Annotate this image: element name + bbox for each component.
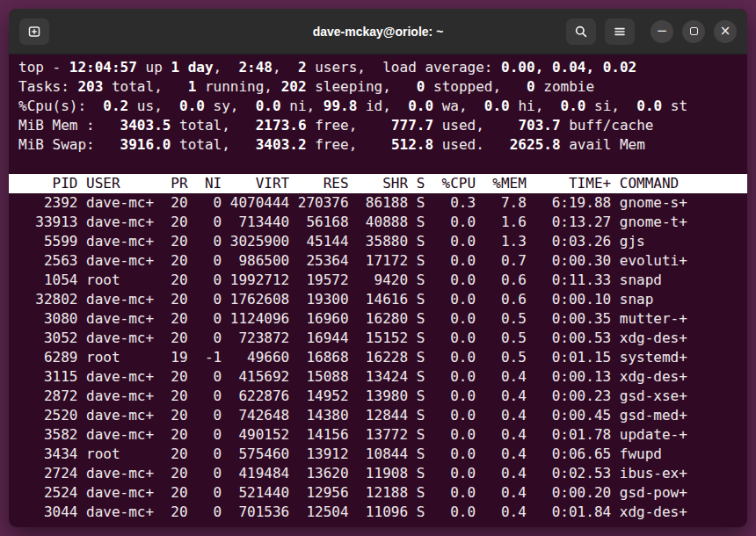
summary-text: 3403.2 <box>256 136 315 153</box>
cell-mem: 0.4 <box>484 367 527 387</box>
cell-shr: 86188 <box>357 193 408 213</box>
cell-cmd: mutter-+ <box>620 309 738 329</box>
new-tab-button[interactable] <box>19 18 49 45</box>
cell-time: 0:06.65 <box>534 445 611 464</box>
cell-mem: 1.6 <box>484 213 527 232</box>
cell-pr: 20 <box>163 213 188 232</box>
menu-button[interactable] <box>605 18 635 45</box>
summary-text: sy, <box>214 98 256 114</box>
summary-text: 0 <box>527 78 543 95</box>
cell-virt: 1762608 <box>230 290 289 309</box>
cell-cpu: 0.0 <box>433 213 476 232</box>
summary-text: us, <box>137 98 179 114</box>
cell-s: S <box>417 271 425 290</box>
summary-text: stopped, <box>433 78 527 95</box>
cell-s: S <box>417 290 425 309</box>
cell-pr: 20 <box>163 309 188 329</box>
cell-res: 16868 <box>298 348 349 367</box>
cell-shr: 14616 <box>357 290 408 309</box>
summary-text: si, <box>594 98 636 114</box>
cell-virt: 490152 <box>230 425 289 445</box>
cell-cpu: 0.0 <box>433 290 476 309</box>
summary-text: total, <box>179 136 256 153</box>
cell-mem: 0.5 <box>484 348 527 367</box>
search-icon <box>574 25 588 39</box>
window-title: dave-mckay@oriole: ~ <box>313 25 444 39</box>
cell-user: dave-mc+ <box>86 290 154 309</box>
titlebar[interactable]: dave-mckay@oriole: ~ − <box>9 9 747 54</box>
cell-cmd: xdg-des+ <box>620 329 738 348</box>
summary-text: 703.7 <box>518 117 569 134</box>
cell-time: 0:11.33 <box>534 271 611 290</box>
summary-text: MiB Swap: <box>18 136 120 153</box>
summary-text: MiB Mem : <box>18 117 120 134</box>
summary-text: 0.0 <box>179 98 214 114</box>
close-icon: × <box>720 25 731 38</box>
process-row: 1054root2001992712195729420S0.00.60:11.3… <box>9 271 747 290</box>
cell-ni: 0 <box>196 425 222 445</box>
maximize-button[interactable] <box>682 20 705 43</box>
cell-pid: 2563 <box>18 251 77 271</box>
cell-res: 12956 <box>298 483 349 503</box>
process-row: 2524dave-mc+2005214401295612188S0.00.40:… <box>9 483 747 503</box>
cell-shr: 9420 <box>357 271 408 290</box>
summary-text: used, <box>442 117 519 134</box>
cell-mem: 0.5 <box>484 309 527 329</box>
cell-cpu: 0.0 <box>433 464 476 483</box>
cell-time: 0:02.53 <box>534 464 611 483</box>
cell-shr: 12188 <box>357 483 408 503</box>
cell-res: 14380 <box>298 406 349 425</box>
cell-cpu: 0.0 <box>433 309 476 329</box>
cell-virt: 1124096 <box>230 309 289 329</box>
cell-ni: 0 <box>196 406 222 425</box>
cell-cmd: gnome-t+ <box>620 213 738 232</box>
process-row: 2520dave-mc+2007426481438012844S0.00.40:… <box>9 406 747 425</box>
cell-ni: 0 <box>196 464 222 483</box>
cell-ni: -1 <box>196 348 222 367</box>
column-header-s: S <box>417 174 425 193</box>
cell-time: 6:19.88 <box>534 193 611 213</box>
cell-pr: 20 <box>163 387 188 406</box>
cell-cmd: gsd-xse+ <box>620 387 738 406</box>
cell-pid: 3052 <box>18 329 77 348</box>
cell-res: 16944 <box>298 329 349 348</box>
process-table: PIDUSERPRNIVIRTRESSHRS%CPU%MEMTIME+COMMA… <box>9 174 747 522</box>
cell-pid: 3434 <box>18 445 77 464</box>
cell-user: root <box>86 271 154 290</box>
summary-text: 0.00, 0.04, 0.02 <box>501 59 636 76</box>
summary-text: 2625.8 <box>510 136 569 153</box>
summary-text: 0.0 <box>408 98 442 114</box>
cell-cmd: evoluti+ <box>620 251 738 271</box>
cell-time: 0:01.15 <box>534 348 611 367</box>
column-header-mem: %MEM <box>484 174 527 193</box>
terminal-window: dave-mckay@oriole: ~ − <box>9 9 747 527</box>
summary-text: st <box>671 98 687 114</box>
process-row: 3115dave-mc+2004156921508813424S0.00.40:… <box>9 367 747 387</box>
process-row: 2563dave-mc+2009865002536417172S0.00.70:… <box>9 251 747 271</box>
cell-time: 0:01.78 <box>534 425 611 445</box>
cell-pr: 20 <box>163 251 188 271</box>
cell-pr: 20 <box>163 367 188 387</box>
cell-res: 12504 <box>298 503 349 522</box>
cell-mem: 0.6 <box>484 271 527 290</box>
cell-s: S <box>417 193 425 213</box>
cell-cpu: 0.0 <box>433 425 476 445</box>
cell-ni: 0 <box>196 503 222 522</box>
cell-user: dave-mc+ <box>86 329 154 348</box>
summary-text: 1 <box>188 78 205 95</box>
column-header-cmd: COMMAND <box>620 174 738 193</box>
minimize-button[interactable]: − <box>651 20 673 43</box>
cell-mem: 0.7 <box>484 251 527 271</box>
cell-shr: 17172 <box>357 251 408 271</box>
terminal-screen[interactable]: top - 12:04:57 up 1 day, 2:48, 2 users, … <box>9 54 747 527</box>
cell-pr: 19 <box>163 348 188 367</box>
cell-pr: 20 <box>163 193 188 213</box>
process-row: 2872dave-mc+2006228761495213980S0.00.40:… <box>9 387 747 406</box>
summary-text: avail Mem <box>569 136 645 153</box>
cell-mem: 7.8 <box>484 193 527 213</box>
summary-line: top - 12:04:57 up 1 day, 2:48, 2 users, … <box>9 58 747 77</box>
close-button[interactable]: × <box>714 20 737 43</box>
cell-virt: 4070444 <box>230 193 289 213</box>
cell-virt: 419484 <box>230 464 289 483</box>
search-button[interactable] <box>566 18 596 45</box>
